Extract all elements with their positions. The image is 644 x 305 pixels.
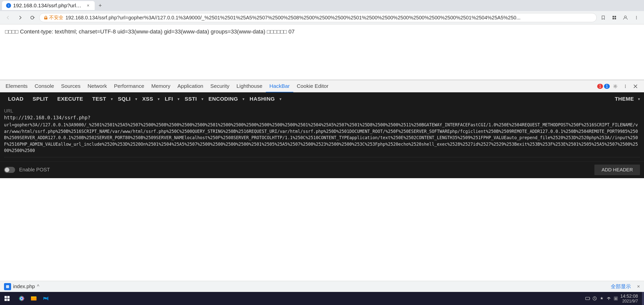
page-content: □□□□ Content-type: text/html; charset=UT… (0, 24, 644, 80)
browser-tab-active[interactable]: i 192.168.0.134/ssrf.php?url=g... × (2, 1, 95, 10)
tab-application[interactable]: Application (174, 80, 207, 92)
svg-rect-2 (613, 18, 614, 19)
xss-button[interactable]: XSS (138, 94, 157, 104)
sqli-button[interactable]: SQLI (114, 94, 135, 104)
devtools-tab-bar: Elements Console Sources Network Perform… (0, 80, 644, 92)
url-label: URL (4, 108, 640, 114)
tray-icon-1 (585, 296, 590, 301)
tab-bar: i 192.168.0.134/ssrf.php?url=g... × + (0, 0, 644, 11)
encoding-arrow: ▾ (242, 97, 244, 101)
sqli-dropdown[interactable]: SQLI ▾ (114, 94, 137, 104)
taskbar-tray: 英 14:52:08 2021/9/7 (581, 294, 642, 303)
svg-rect-0 (613, 16, 614, 17)
hashing-dropdown[interactable]: HASHING ▾ (245, 94, 281, 104)
svg-rect-14 (7, 296, 10, 298)
error-badge: 1 (597, 84, 603, 89)
svg-point-10 (625, 86, 626, 87)
show-all-link[interactable]: 全部显示 (611, 283, 631, 290)
test-dropdown[interactable]: TEST ▾ (88, 94, 113, 104)
tab-performance[interactable]: Performance (111, 80, 148, 92)
svg-rect-22 (31, 296, 33, 298)
tab-console[interactable]: Console (31, 80, 58, 92)
ssti-dropdown[interactable]: SSTI ▾ (181, 94, 203, 104)
ssti-arrow: ▾ (201, 97, 203, 101)
tab-memory[interactable]: Memory (148, 80, 174, 92)
theme-arrow: ▾ (638, 97, 640, 101)
enable-post-label: Enable POST (19, 167, 50, 173)
svg-rect-12 (6, 285, 9, 288)
svg-rect-26 (608, 297, 610, 298)
tray-icon-3 (599, 296, 604, 301)
date-display: 2021/9/7 (620, 299, 638, 303)
address-bar: 不安全 192.168.0.134/ssrf.php?url=gopher%3A… (0, 11, 644, 24)
ssti-button[interactable]: SSTI (181, 94, 201, 104)
url-bar[interactable]: 不安全 192.168.0.134/ssrf.php?url=gopher%3A… (39, 13, 597, 22)
menu-button[interactable] (632, 13, 641, 22)
lfi-dropdown[interactable]: LFI ▾ (161, 94, 180, 104)
start-button[interactable] (0, 292, 14, 305)
test-button[interactable]: TEST (88, 94, 110, 104)
xss-dropdown[interactable]: XSS ▾ (138, 94, 160, 104)
url-line[interactable]: http://192.168.0.134/ssrf.php? (4, 115, 640, 120)
add-header-button[interactable]: ADD HEADER (594, 165, 640, 175)
new-tab-button[interactable]: + (96, 1, 105, 10)
svg-rect-16 (7, 299, 10, 301)
taskbar-file-manager[interactable] (28, 293, 39, 304)
lfi-button[interactable]: LFI (161, 94, 177, 104)
load-button[interactable]: LOAD (4, 94, 28, 104)
tab-cookie-editor[interactable]: Cookie Editor (293, 80, 332, 92)
lfi-arrow: ▾ (177, 97, 180, 101)
test-arrow: ▾ (111, 97, 113, 101)
insecure-icon: 不安全 (44, 14, 63, 21)
bottom-close-button[interactable]: × (637, 284, 640, 289)
svg-point-7 (636, 19, 637, 19)
theme-dropdown[interactable]: THEME ▾ (611, 94, 640, 104)
tray-icon-2 (592, 296, 597, 301)
svg-point-5 (636, 16, 637, 17)
tab-lighthouse[interactable]: Lighthouse (233, 80, 266, 92)
show-desktop-button[interactable] (642, 292, 644, 305)
devtools-more-button[interactable] (621, 82, 630, 91)
sqli-arrow: ▾ (135, 97, 137, 101)
forward-button[interactable] (15, 13, 25, 23)
svg-rect-1 (615, 16, 616, 17)
insecure-label: 不安全 (49, 14, 63, 21)
svg-rect-25 (607, 298, 611, 298)
taskbar-time: 14:52:08 2021/9/7 (620, 294, 638, 303)
execute-button[interactable]: EXECUTE (53, 94, 87, 104)
tab-sources[interactable]: Sources (58, 80, 84, 92)
svg-rect-21 (31, 297, 37, 300)
enable-post-toggle[interactable] (4, 167, 15, 173)
windows-taskbar: 英 14:52:08 2021/9/7 (0, 292, 644, 305)
tab-elements[interactable]: Elements (2, 80, 31, 92)
svg-text:英: 英 (615, 297, 617, 300)
taskbar-vscode[interactable] (40, 293, 51, 304)
encoding-button[interactable]: ENCODING (204, 94, 242, 104)
devtools-settings-button[interactable] (611, 82, 620, 91)
hashing-arrow: ▾ (279, 97, 281, 101)
devtools-close-button[interactable] (631, 82, 640, 91)
extensions-button[interactable] (610, 13, 619, 22)
tab-title: 192.168.0.134/ssrf.php?url=g... (13, 3, 84, 9)
theme-button[interactable]: THEME (611, 94, 638, 104)
separator (4, 157, 640, 157)
tab-close-button[interactable]: × (86, 3, 91, 8)
bookmark-button[interactable] (599, 13, 608, 22)
url-value[interactable]: url=gopher%3A//127.0.0.1%3A9000/_%2501%2… (4, 122, 640, 154)
profile-button[interactable] (621, 13, 630, 22)
split-button[interactable]: SPLIT (29, 94, 52, 104)
tab-hackbar[interactable]: HackBar (266, 80, 293, 92)
back-button[interactable] (3, 13, 13, 23)
reload-button[interactable] (27, 13, 37, 23)
file-name: index.php (13, 284, 35, 289)
encoding-dropdown[interactable]: ENCODING ▾ (204, 94, 244, 104)
tab-security[interactable]: Security (207, 80, 233, 92)
time-display: 14:52:08 (620, 294, 638, 299)
svg-rect-3 (615, 18, 616, 19)
tab-network[interactable]: Network (84, 80, 111, 92)
hackbar-content: URL http://192.168.0.134/ssrf.php? url=g… (0, 105, 644, 161)
taskbar-chrome[interactable] (16, 293, 27, 304)
svg-point-9 (625, 85, 626, 85)
hashing-button[interactable]: HASHING (245, 94, 279, 104)
expand-button[interactable]: ^ (37, 284, 39, 289)
